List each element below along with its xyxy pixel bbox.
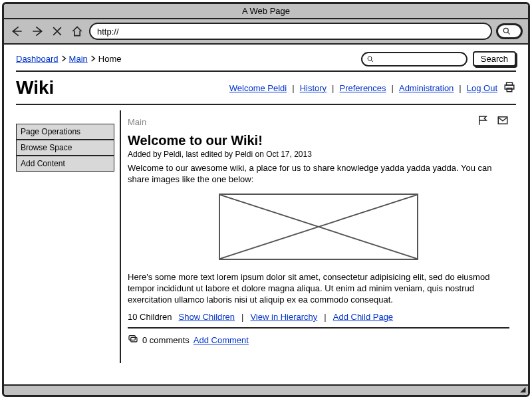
- back-arrow-icon[interactable]: [9, 24, 25, 39]
- chevron-right-icon: [90, 54, 96, 64]
- comments-row: 0 comments Add Comment: [128, 334, 509, 346]
- sidebar-browse-space[interactable]: Browse Space: [16, 140, 114, 156]
- body-row: Page Operations Browse Space Add Content…: [16, 110, 516, 363]
- panel-breadcrumb: Main: [128, 117, 146, 127]
- flag-icon[interactable]: [476, 114, 489, 129]
- link-welcome-user[interactable]: Welcome Peldi: [229, 83, 287, 93]
- top-search: Search: [361, 51, 516, 66]
- link-administration[interactable]: Administration: [399, 83, 454, 93]
- page-meta: Added by Peldi, last edited by Peldi on …: [128, 150, 509, 159]
- forward-arrow-icon[interactable]: [29, 24, 45, 39]
- breadcrumb-current: Home: [98, 54, 122, 64]
- site-title: Wiki: [16, 77, 54, 98]
- breadcrumb: Dashboard Main Home: [16, 54, 121, 64]
- body-paragraph: Here's some more text lorem ipsum dolor …: [128, 272, 509, 306]
- stop-icon[interactable]: [49, 24, 65, 39]
- link-logout[interactable]: Log Out: [467, 83, 497, 93]
- print-icon[interactable]: [503, 81, 516, 95]
- search-input[interactable]: [361, 52, 467, 66]
- main-panel: Main Welcome to our Wiki! Added by Peldi…: [120, 110, 516, 363]
- sidebar: Page Operations Browse Space Add Content: [16, 110, 114, 363]
- url-input[interactable]: http://: [89, 23, 492, 40]
- home-icon[interactable]: [69, 24, 85, 39]
- window-title: A Web Page: [4, 4, 528, 19]
- link-show-children[interactable]: Show Children: [179, 312, 235, 322]
- chevron-right-icon: [61, 54, 66, 64]
- image-placeholder: [219, 194, 418, 260]
- browser-window: A Web Page http:// Dashboard Main Home S…: [2, 2, 530, 397]
- link-add-comment[interactable]: Add Comment: [194, 335, 249, 345]
- status-bar: ◢: [4, 384, 528, 395]
- intro-paragraph: Welcome to our awesome wiki, a place for…: [128, 163, 509, 186]
- link-preferences[interactable]: Preferences: [339, 83, 386, 93]
- panel-top: Main: [128, 114, 509, 129]
- sidebar-page-operations[interactable]: Page Operations: [16, 124, 114, 140]
- comment-icon: [128, 334, 138, 346]
- page-actions: 10 Children Show Children | View in Hier…: [128, 312, 509, 329]
- panel-action-icons: [476, 114, 509, 129]
- search-button[interactable]: Search: [473, 51, 516, 66]
- children-count: 10 Children: [128, 312, 172, 322]
- site-header: Wiki Welcome Peldi | History | Preferenc…: [16, 72, 516, 105]
- page-title: Welcome to our Wiki!: [128, 133, 509, 148]
- url-text: http://: [97, 27, 119, 37]
- page-content: Dashboard Main Home Search Wiki Welcome …: [4, 45, 528, 384]
- mail-icon[interactable]: [496, 114, 509, 129]
- comments-count: 0 comments: [142, 335, 190, 345]
- breadcrumb-dashboard[interactable]: Dashboard: [16, 54, 59, 64]
- header-links: Welcome Peldi | History | Preferences | …: [229, 81, 516, 95]
- breadcrumb-main[interactable]: Main: [69, 54, 88, 64]
- link-add-child-page[interactable]: Add Child Page: [333, 312, 393, 322]
- link-view-hierarchy[interactable]: View in Hierarchy: [250, 312, 317, 322]
- link-history[interactable]: History: [300, 83, 327, 93]
- top-bar: Dashboard Main Home Search: [16, 51, 516, 72]
- resize-grip-icon[interactable]: ◢: [520, 385, 525, 394]
- browser-toolbar: http://: [4, 19, 528, 45]
- sidebar-add-content[interactable]: Add Content: [16, 156, 114, 172]
- browser-search-icon[interactable]: [496, 23, 523, 39]
